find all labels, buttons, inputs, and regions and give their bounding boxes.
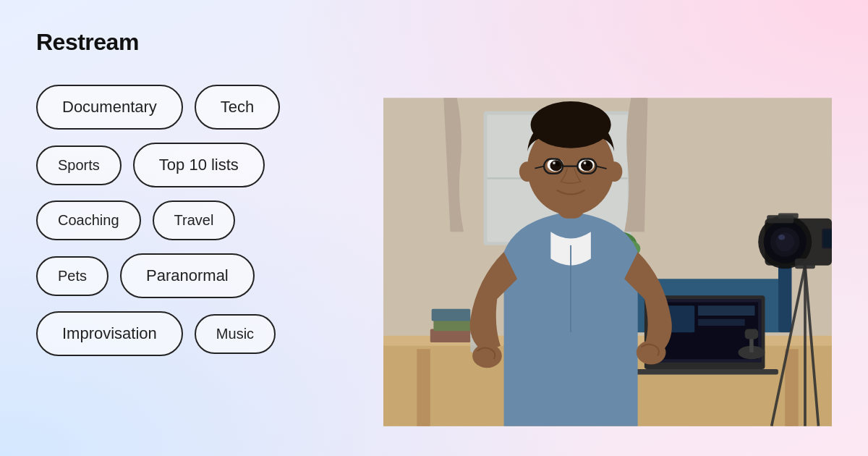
svg-rect-26 [745,329,759,339]
tag-top10lists[interactable]: Top 10 lists [133,143,265,187]
svg-rect-16 [785,349,799,426]
svg-rect-61 [778,213,799,218]
page-container: Restream Documentary Tech Sports Top 10 … [0,0,868,456]
svg-point-51 [519,161,535,182]
tags-row-2: Sports Top 10 lists [36,143,347,187]
svg-point-43 [586,162,590,166]
scene-svg [383,85,832,439]
brand-logo: Restream [36,29,832,56]
svg-rect-15 [417,349,430,426]
svg-rect-67 [823,230,832,248]
tag-sports[interactable]: Sports [36,145,122,185]
photo-scene [383,85,832,439]
tag-improvisation[interactable]: Improvisation [36,311,183,356]
main-content: Documentary Tech Sports Top 10 lists Coa… [36,85,832,439]
svg-point-44 [553,161,556,164]
svg-rect-22 [698,305,755,316]
tag-paranormal[interactable]: Paranormal [120,253,255,298]
tag-travel[interactable]: Travel [153,200,236,240]
svg-point-58 [778,235,785,240]
svg-rect-23 [698,319,745,326]
svg-rect-19 [631,369,778,374]
tag-music[interactable]: Music [195,314,276,354]
tag-pets[interactable]: Pets [36,256,109,296]
tag-coaching[interactable]: Coaching [36,200,141,240]
tags-row-4: Pets Paranormal [36,253,347,298]
tags-row-1: Documentary Tech [36,85,347,130]
tag-tech[interactable]: Tech [195,85,280,130]
tag-documentary[interactable]: Documentary [36,85,183,130]
svg-point-42 [556,162,560,166]
hero-image [383,85,832,439]
tags-section: Documentary Tech Sports Top 10 lists Coa… [36,85,347,356]
tags-row-5: Improvisation Music [36,311,347,356]
svg-point-37 [531,101,611,148]
svg-rect-29 [432,309,471,321]
svg-point-52 [606,161,622,182]
svg-rect-8 [778,266,792,333]
svg-rect-65 [795,258,815,269]
svg-point-45 [584,161,587,164]
tags-row-3: Coaching Travel [36,200,347,240]
svg-point-57 [775,232,794,251]
